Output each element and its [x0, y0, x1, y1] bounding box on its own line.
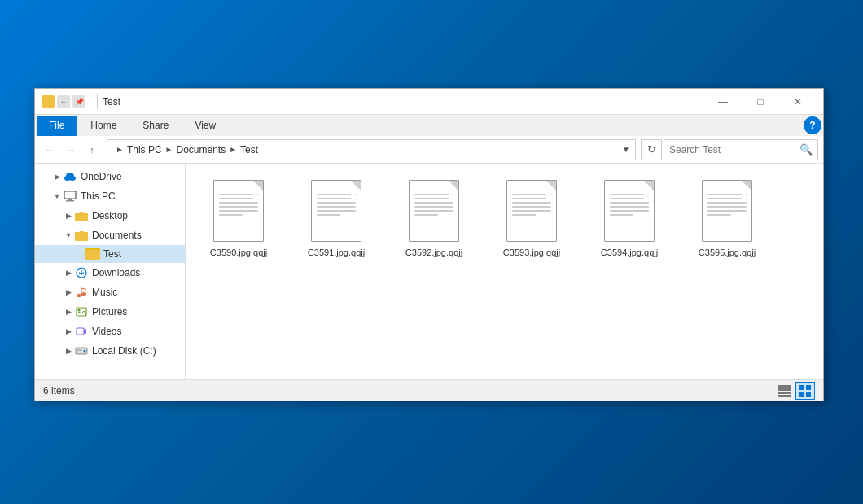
desktop-icon	[74, 209, 89, 222]
sidebar-item-downloads[interactable]: ▶ Downloads	[35, 263, 185, 283]
svg-rect-5	[64, 191, 76, 199]
file-name: C3593.jpg.qqjj	[503, 247, 560, 258]
svg-rect-6	[68, 199, 72, 200]
address-part-thispc[interactable]: This PC	[127, 144, 162, 156]
minimize-button[interactable]: —	[704, 89, 742, 115]
title-bar: ← 📌 Test — □ ✕	[35, 89, 823, 115]
sidebar-item-music[interactable]: ▶ Music	[35, 283, 185, 302]
svg-point-14	[78, 309, 81, 312]
sidebar-item-desktop[interactable]: ▶ Desktop	[35, 206, 185, 226]
address-part-test[interactable]: Test	[240, 144, 258, 156]
up-button[interactable]: ↑	[82, 140, 102, 160]
folder-icon	[42, 95, 55, 108]
downloads-icon	[74, 266, 89, 279]
svg-point-4	[66, 173, 74, 179]
doc-lines	[707, 194, 747, 218]
address-part-documents[interactable]: Documents	[177, 144, 226, 156]
pin-icon: 📌	[72, 95, 85, 108]
svg-rect-22	[778, 395, 791, 397]
pictures-icon	[74, 305, 89, 318]
doc-lines	[414, 194, 453, 218]
svg-line-12	[81, 288, 86, 290]
expand-icon-videos: ▶	[63, 326, 74, 337]
sidebar-label-thispc: This PC	[81, 191, 116, 202]
file-item[interactable]: C3592.jpg.qqjj	[389, 172, 479, 265]
sidebar-item-test[interactable]: ▶ Test	[35, 245, 185, 263]
svg-rect-15	[77, 328, 84, 335]
document-icon	[311, 180, 361, 242]
sidebar-item-thispc[interactable]: ▼ This PC	[35, 186, 185, 206]
sidebar-label-downloads: Downloads	[92, 267, 140, 278]
videos-icon	[74, 325, 89, 338]
file-icon	[699, 178, 756, 243]
doc-lines	[512, 194, 551, 218]
view-details-button[interactable]	[774, 382, 794, 400]
file-item[interactable]: C3595.jpg.qqjj	[682, 172, 772, 265]
sidebar-label-test: Test	[103, 248, 121, 260]
forward-button[interactable]: →	[61, 140, 81, 160]
file-icon	[210, 178, 267, 243]
document-icon	[506, 180, 557, 242]
back-button[interactable]: ←	[40, 140, 59, 160]
sidebar-item-pictures[interactable]: ▶ Pictures	[35, 302, 185, 322]
file-name: C3594.jpg.qqjj	[601, 247, 658, 258]
svg-rect-19	[778, 385, 791, 388]
svg-rect-7	[66, 200, 74, 202]
ribbon-tabs: File Home Share View ?	[35, 115, 823, 136]
window-controls: — □ ✕	[704, 89, 817, 115]
file-icon	[503, 178, 560, 243]
onedrive-icon	[63, 170, 77, 183]
tab-view[interactable]: View	[182, 116, 228, 136]
tab-share[interactable]: Share	[130, 116, 181, 136]
file-item[interactable]: C3590.jpg.qqjj	[194, 172, 283, 265]
maximize-button[interactable]: □	[742, 89, 779, 115]
document-icon	[213, 180, 264, 242]
address-dropdown-icon[interactable]: ▼	[622, 145, 630, 154]
expand-icon-test: ▶	[74, 248, 85, 260]
sidebar-label-pictures: Pictures	[92, 306, 127, 318]
sidebar-label-onedrive: OneDrive	[81, 171, 122, 182]
close-button[interactable]: ✕	[779, 89, 817, 115]
tab-file[interactable]: File	[37, 116, 77, 136]
svg-rect-1	[43, 98, 47, 100]
sidebar-label-music: Music	[92, 287, 117, 298]
documents-icon	[74, 229, 89, 242]
document-icon	[702, 180, 752, 242]
sidebar-item-videos[interactable]: ▶ Videos	[35, 322, 185, 341]
address-bar[interactable]: ► This PC ► Documents ► Test ▼	[107, 139, 636, 160]
file-name: C3592.jpg.qqjj	[405, 247, 462, 258]
tab-home[interactable]: Home	[78, 116, 129, 136]
sidebar-label-videos: Videos	[92, 326, 121, 337]
title-bar-icons: ← 📌	[42, 95, 85, 108]
refresh-button[interactable]: ↻	[641, 139, 662, 160]
doc-lines	[219, 194, 258, 218]
sidebar-item-documents[interactable]: ▼ Documents	[35, 226, 185, 245]
file-grid: C3590.jpg.qqjj C3591.jpg.qqjj	[194, 172, 815, 265]
test-icon	[85, 248, 100, 260]
document-icon	[409, 180, 459, 242]
file-name: C3590.jpg.qqjj	[210, 247, 267, 258]
svg-rect-26	[806, 392, 811, 397]
main-area: ▶ OneDrive ▼ This PC ▶ Deskto	[35, 164, 823, 379]
search-icon[interactable]: 🔍	[799, 143, 813, 156]
file-item[interactable]: C3594.jpg.qqjj	[585, 172, 674, 265]
svg-rect-23	[799, 385, 804, 390]
svg-point-18	[84, 350, 86, 353]
search-input[interactable]	[669, 144, 799, 156]
sidebar-item-onedrive[interactable]: ▶ OneDrive	[35, 167, 185, 186]
navigation-bar: ← → ↑ ► This PC ► Documents ► Test ▼ ↻ 🔍	[35, 136, 823, 164]
file-name: C3591.jpg.qqjj	[308, 247, 365, 258]
svg-rect-17	[77, 349, 82, 351]
item-count: 6 items	[43, 385, 75, 397]
sidebar-item-localdisk[interactable]: ▶ Local Disk (C:)	[35, 341, 185, 361]
file-item[interactable]: C3593.jpg.qqjj	[487, 172, 576, 265]
expand-icon-pictures: ▶	[63, 306, 74, 318]
window-title: Test	[103, 96, 704, 107]
svg-rect-25	[799, 392, 804, 397]
help-button[interactable]: ?	[804, 116, 821, 134]
back-small-icon: ←	[57, 95, 70, 108]
expand-icon-documents: ▼	[63, 230, 74, 241]
search-bar[interactable]: 🔍	[664, 139, 818, 160]
view-icons-button[interactable]	[795, 382, 815, 400]
file-item[interactable]: C3591.jpg.qqjj	[291, 172, 381, 265]
